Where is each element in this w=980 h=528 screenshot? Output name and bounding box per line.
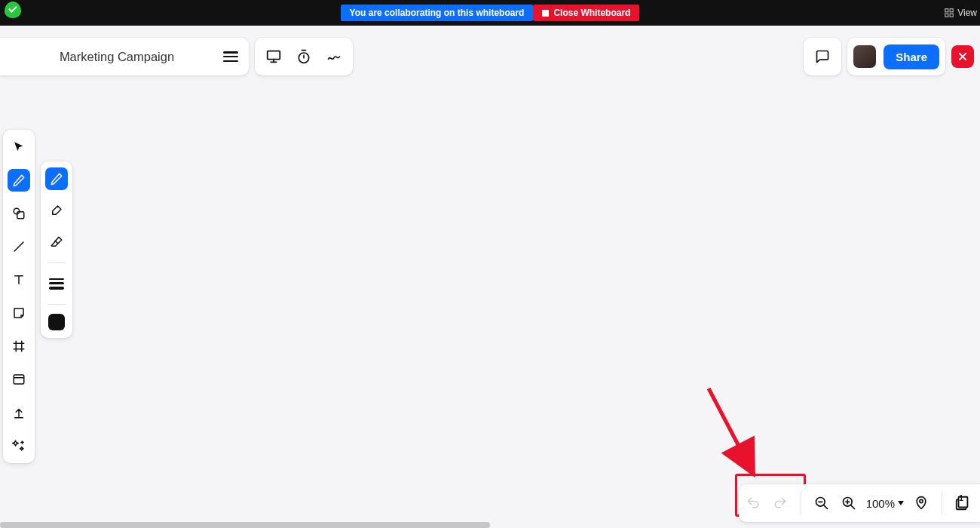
zoom-out-icon: [814, 496, 829, 511]
stopwatch-icon: [296, 49, 311, 64]
pages-button[interactable]: 1: [953, 493, 972, 513]
divider: [47, 262, 66, 263]
status-shield-icon: [5, 2, 21, 18]
scrollbar-thumb[interactable]: [0, 522, 490, 528]
svg-rect-0: [945, 9, 948, 12]
divider: [47, 304, 66, 305]
close-icon: [957, 51, 968, 62]
redo-button[interactable]: [770, 493, 790, 513]
annotation-arrow: [697, 381, 765, 487]
pencil-icon: [50, 172, 63, 186]
board-menu-button[interactable]: [223, 51, 238, 62]
squiggle-icon: [326, 49, 341, 64]
sparkle-tools-icon: [12, 439, 26, 453]
connection-status: [0, 0, 21, 26]
minimap-button[interactable]: [911, 493, 931, 513]
divider: [801, 491, 801, 515]
tool-text[interactable]: [8, 269, 30, 291]
svg-point-12: [920, 499, 923, 502]
present-button[interactable]: [265, 48, 282, 65]
zoom-out-button[interactable]: [812, 493, 831, 513]
exit-whiteboard-button[interactable]: [951, 45, 974, 68]
tool-select[interactable]: [8, 136, 30, 158]
subtool-highlighter[interactable]: [45, 199, 68, 222]
sticky-note-icon: [12, 306, 26, 320]
draw-subtoolbar: [41, 161, 72, 338]
grid-icon: [944, 8, 954, 18]
svg-rect-8: [14, 375, 24, 384]
cursor-icon: [12, 140, 26, 154]
presentation-icon: [265, 48, 282, 65]
tool-more[interactable]: [8, 434, 30, 457]
zoom-in-button[interactable]: [839, 493, 859, 513]
subtool-pen[interactable]: [45, 167, 68, 190]
page-count-badge: 1: [953, 494, 969, 502]
close-whiteboard-label: Close Whiteboard: [553, 8, 630, 18]
shapes-icon: [12, 207, 26, 220]
tool-frame[interactable]: [8, 335, 30, 358]
pencil-icon: [12, 173, 26, 187]
tool-shapes[interactable]: [8, 202, 30, 225]
left-toolbar: [3, 130, 35, 463]
divider: [942, 491, 942, 515]
map-pin-icon: [914, 496, 929, 511]
stop-icon: [542, 10, 549, 17]
timer-button[interactable]: [296, 48, 312, 65]
tool-sticky-note[interactable]: [8, 302, 30, 324]
highlighter-icon: [50, 204, 63, 217]
share-card: Share: [847, 38, 945, 75]
close-whiteboard-button[interactable]: Close Whiteboard: [533, 5, 639, 21]
undo-icon: [746, 496, 761, 511]
comments-button[interactable]: [804, 38, 841, 75]
comment-icon: [815, 49, 830, 64]
zoom-level-dropdown[interactable]: 100%: [866, 497, 904, 510]
zoom-in-icon: [841, 496, 856, 511]
chevron-down-icon: [898, 501, 904, 505]
undo-button[interactable]: [743, 493, 763, 513]
upload-icon: [12, 406, 26, 419]
laser-pointer-button[interactable]: [326, 48, 342, 65]
line-icon: [12, 240, 26, 253]
view-menu[interactable]: View: [944, 0, 980, 26]
board-title[interactable]: Marketing Campaign: [11, 50, 223, 64]
svg-rect-2: [945, 14, 948, 17]
tool-line[interactable]: [8, 235, 30, 258]
user-avatar[interactable]: [853, 45, 876, 68]
title-card: Marketing Campaign: [0, 38, 249, 75]
redo-icon: [773, 496, 788, 511]
zoom-level-value: 100%: [866, 497, 895, 510]
eraser-icon: [50, 235, 63, 249]
subtool-eraser[interactable]: [45, 231, 68, 253]
bottom-right-controls: 100% 1: [739, 484, 980, 522]
tool-draw[interactable]: [8, 169, 30, 192]
tool-upload[interactable]: [8, 401, 30, 424]
horizontal-scrollbar[interactable]: [0, 522, 980, 528]
collab-banner: You are collaborating on this whiteboard…: [341, 5, 640, 21]
collab-status-pill: You are collaborating on this whiteboard: [341, 5, 534, 21]
text-icon: [12, 273, 26, 287]
present-tools-card: [255, 38, 353, 75]
svg-rect-1: [950, 9, 953, 12]
frame-icon: [12, 339, 26, 353]
header-row: Marketing Campaign Share: [0, 38, 980, 75]
share-button[interactable]: Share: [884, 45, 939, 69]
view-menu-label: View: [957, 8, 977, 18]
template-icon: [12, 373, 26, 386]
tool-templates[interactable]: [8, 368, 30, 391]
header-right-cluster: Share: [804, 38, 980, 75]
subtool-color-swatch[interactable]: [48, 314, 65, 330]
subtool-thickness[interactable]: [45, 272, 68, 295]
svg-rect-6: [17, 212, 24, 219]
app-top-bar: You are collaborating on this whiteboard…: [0, 0, 980, 26]
svg-line-9: [709, 388, 750, 468]
svg-rect-3: [950, 14, 953, 17]
svg-rect-4: [268, 51, 280, 60]
thickness-icon: [49, 278, 64, 290]
